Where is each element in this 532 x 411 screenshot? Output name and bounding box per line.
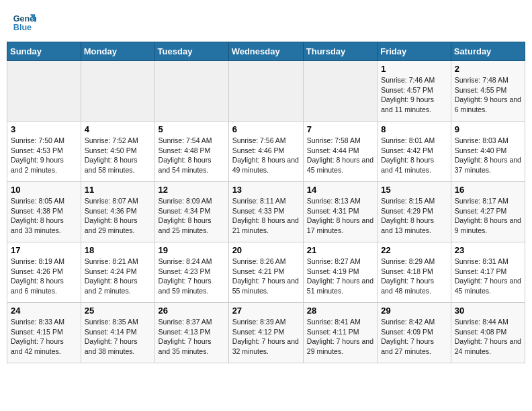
calendar-week-row: 10Sunrise: 8:05 AM Sunset: 4:38 PM Dayli… bbox=[7, 182, 525, 242]
day-number: 23 bbox=[455, 245, 521, 255]
day-number: 3 bbox=[11, 124, 77, 134]
calendar-cell: 25Sunrise: 8:35 AM Sunset: 4:14 PM Dayli… bbox=[81, 303, 154, 363]
day-number: 11 bbox=[85, 185, 151, 195]
calendar-cell bbox=[81, 61, 154, 122]
day-number: 21 bbox=[307, 245, 373, 255]
day-number: 26 bbox=[159, 306, 225, 316]
day-info: Sunrise: 8:01 AM Sunset: 4:42 PM Dayligh… bbox=[381, 136, 447, 175]
calendar-week-row: 24Sunrise: 8:33 AM Sunset: 4:15 PM Dayli… bbox=[7, 303, 525, 363]
calendar-cell: 22Sunrise: 8:29 AM Sunset: 4:18 PM Dayli… bbox=[378, 242, 451, 303]
calendar-cell: 10Sunrise: 8:05 AM Sunset: 4:38 PM Dayli… bbox=[7, 182, 81, 242]
svg-text:Blue: Blue bbox=[13, 23, 32, 32]
day-number: 20 bbox=[232, 245, 300, 255]
calendar-cell: 19Sunrise: 8:24 AM Sunset: 4:23 PM Dayli… bbox=[154, 242, 228, 303]
calendar-cell: 27Sunrise: 8:39 AM Sunset: 4:12 PM Dayli… bbox=[228, 303, 303, 363]
day-info: Sunrise: 7:46 AM Sunset: 4:57 PM Dayligh… bbox=[381, 75, 447, 115]
day-number: 9 bbox=[455, 124, 521, 134]
day-number: 2 bbox=[455, 64, 521, 74]
day-number: 13 bbox=[232, 185, 300, 195]
calendar-cell: 18Sunrise: 8:21 AM Sunset: 4:24 PM Dayli… bbox=[81, 242, 154, 303]
day-info: Sunrise: 8:24 AM Sunset: 4:23 PM Dayligh… bbox=[159, 257, 225, 296]
day-info: Sunrise: 8:42 AM Sunset: 4:09 PM Dayligh… bbox=[381, 317, 447, 357]
calendar-cell: 28Sunrise: 8:41 AM Sunset: 4:11 PM Dayli… bbox=[303, 303, 377, 363]
day-info: Sunrise: 8:35 AM Sunset: 4:14 PM Dayligh… bbox=[85, 317, 151, 357]
day-number: 14 bbox=[307, 185, 373, 195]
day-number: 25 bbox=[85, 306, 151, 316]
day-info: Sunrise: 7:48 AM Sunset: 4:55 PM Dayligh… bbox=[455, 75, 521, 115]
logo: General Blue bbox=[12, 9, 39, 34]
day-number: 22 bbox=[381, 245, 447, 255]
weekday-header-sunday: Sunday bbox=[7, 42, 81, 61]
day-info: Sunrise: 8:26 AM Sunset: 4:21 PM Dayligh… bbox=[232, 257, 300, 296]
day-info: Sunrise: 8:07 AM Sunset: 4:36 PM Dayligh… bbox=[85, 196, 151, 236]
day-number: 17 bbox=[11, 245, 77, 255]
day-info: Sunrise: 8:39 AM Sunset: 4:12 PM Dayligh… bbox=[232, 317, 300, 357]
calendar-cell: 14Sunrise: 8:13 AM Sunset: 4:31 PM Dayli… bbox=[303, 182, 377, 242]
logo-icon: General Blue bbox=[12, 9, 36, 34]
day-info: Sunrise: 8:33 AM Sunset: 4:15 PM Dayligh… bbox=[11, 317, 77, 357]
page-header: General Blue bbox=[7, 7, 525, 36]
weekday-header-thursday: Thursday bbox=[303, 42, 377, 61]
day-number: 19 bbox=[159, 245, 225, 255]
day-info: Sunrise: 8:44 AM Sunset: 4:08 PM Dayligh… bbox=[455, 317, 521, 357]
calendar-cell: 13Sunrise: 8:11 AM Sunset: 4:33 PM Dayli… bbox=[228, 182, 303, 242]
day-number: 10 bbox=[11, 185, 77, 195]
day-info: Sunrise: 8:09 AM Sunset: 4:34 PM Dayligh… bbox=[159, 196, 225, 236]
calendar-cell: 8Sunrise: 8:01 AM Sunset: 4:42 PM Daylig… bbox=[378, 122, 451, 182]
day-info: Sunrise: 8:29 AM Sunset: 4:18 PM Dayligh… bbox=[381, 257, 447, 296]
day-info: Sunrise: 8:31 AM Sunset: 4:17 PM Dayligh… bbox=[455, 257, 521, 296]
calendar-cell: 21Sunrise: 8:27 AM Sunset: 4:19 PM Dayli… bbox=[303, 242, 377, 303]
calendar-week-row: 17Sunrise: 8:19 AM Sunset: 4:26 PM Dayli… bbox=[7, 242, 525, 303]
calendar-cell bbox=[7, 61, 81, 122]
weekday-header-friday: Friday bbox=[378, 42, 451, 61]
calendar-table: SundayMondayTuesdayWednesdayThursdayFrid… bbox=[7, 42, 525, 363]
day-number: 16 bbox=[455, 185, 521, 195]
calendar-cell: 11Sunrise: 8:07 AM Sunset: 4:36 PM Dayli… bbox=[81, 182, 154, 242]
day-number: 29 bbox=[381, 306, 447, 316]
calendar-cell bbox=[228, 61, 303, 122]
day-number: 18 bbox=[85, 245, 151, 255]
weekday-header-monday: Monday bbox=[81, 42, 154, 61]
calendar-week-row: 3Sunrise: 7:50 AM Sunset: 4:53 PM Daylig… bbox=[7, 122, 525, 182]
day-number: 6 bbox=[232, 124, 300, 134]
day-number: 15 bbox=[381, 185, 447, 195]
calendar-cell: 5Sunrise: 7:54 AM Sunset: 4:48 PM Daylig… bbox=[154, 122, 228, 182]
calendar-cell: 3Sunrise: 7:50 AM Sunset: 4:53 PM Daylig… bbox=[7, 122, 81, 182]
weekday-header-tuesday: Tuesday bbox=[154, 42, 228, 61]
day-info: Sunrise: 8:15 AM Sunset: 4:29 PM Dayligh… bbox=[381, 196, 447, 236]
day-number: 4 bbox=[85, 124, 151, 134]
day-number: 28 bbox=[307, 306, 373, 316]
weekday-header-wednesday: Wednesday bbox=[228, 42, 303, 61]
calendar-cell: 2Sunrise: 7:48 AM Sunset: 4:55 PM Daylig… bbox=[451, 61, 525, 122]
day-info: Sunrise: 8:17 AM Sunset: 4:27 PM Dayligh… bbox=[455, 196, 521, 236]
calendar-cell: 4Sunrise: 7:52 AM Sunset: 4:50 PM Daylig… bbox=[81, 122, 154, 182]
calendar-cell: 6Sunrise: 7:56 AM Sunset: 4:46 PM Daylig… bbox=[228, 122, 303, 182]
calendar-cell: 9Sunrise: 8:03 AM Sunset: 4:40 PM Daylig… bbox=[451, 122, 525, 182]
day-info: Sunrise: 7:54 AM Sunset: 4:48 PM Dayligh… bbox=[159, 136, 225, 175]
day-info: Sunrise: 8:11 AM Sunset: 4:33 PM Dayligh… bbox=[232, 196, 300, 236]
calendar-cell: 16Sunrise: 8:17 AM Sunset: 4:27 PM Dayli… bbox=[451, 182, 525, 242]
day-info: Sunrise: 8:03 AM Sunset: 4:40 PM Dayligh… bbox=[455, 136, 521, 175]
day-number: 5 bbox=[159, 124, 225, 134]
day-info: Sunrise: 8:41 AM Sunset: 4:11 PM Dayligh… bbox=[307, 317, 373, 357]
day-info: Sunrise: 8:05 AM Sunset: 4:38 PM Dayligh… bbox=[11, 196, 77, 236]
day-number: 27 bbox=[232, 306, 300, 316]
calendar-cell: 23Sunrise: 8:31 AM Sunset: 4:17 PM Dayli… bbox=[451, 242, 525, 303]
calendar-cell: 17Sunrise: 8:19 AM Sunset: 4:26 PM Dayli… bbox=[7, 242, 81, 303]
calendar-week-row: 1Sunrise: 7:46 AM Sunset: 4:57 PM Daylig… bbox=[7, 61, 525, 122]
calendar-cell: 30Sunrise: 8:44 AM Sunset: 4:08 PM Dayli… bbox=[451, 303, 525, 363]
calendar-cell bbox=[154, 61, 228, 122]
calendar-cell: 12Sunrise: 8:09 AM Sunset: 4:34 PM Dayli… bbox=[154, 182, 228, 242]
calendar-cell: 24Sunrise: 8:33 AM Sunset: 4:15 PM Dayli… bbox=[7, 303, 81, 363]
day-number: 24 bbox=[11, 306, 77, 316]
weekday-header-saturday: Saturday bbox=[451, 42, 525, 61]
day-info: Sunrise: 7:52 AM Sunset: 4:50 PM Dayligh… bbox=[85, 136, 151, 175]
calendar-cell: 1Sunrise: 7:46 AM Sunset: 4:57 PM Daylig… bbox=[378, 61, 451, 122]
day-number: 12 bbox=[159, 185, 225, 195]
day-number: 30 bbox=[455, 306, 521, 316]
calendar-cell: 15Sunrise: 8:15 AM Sunset: 4:29 PM Dayli… bbox=[378, 182, 451, 242]
day-info: Sunrise: 8:21 AM Sunset: 4:24 PM Dayligh… bbox=[85, 257, 151, 296]
day-info: Sunrise: 8:19 AM Sunset: 4:26 PM Dayligh… bbox=[11, 257, 77, 296]
day-number: 1 bbox=[381, 64, 447, 74]
calendar-cell: 26Sunrise: 8:37 AM Sunset: 4:13 PM Dayli… bbox=[154, 303, 228, 363]
